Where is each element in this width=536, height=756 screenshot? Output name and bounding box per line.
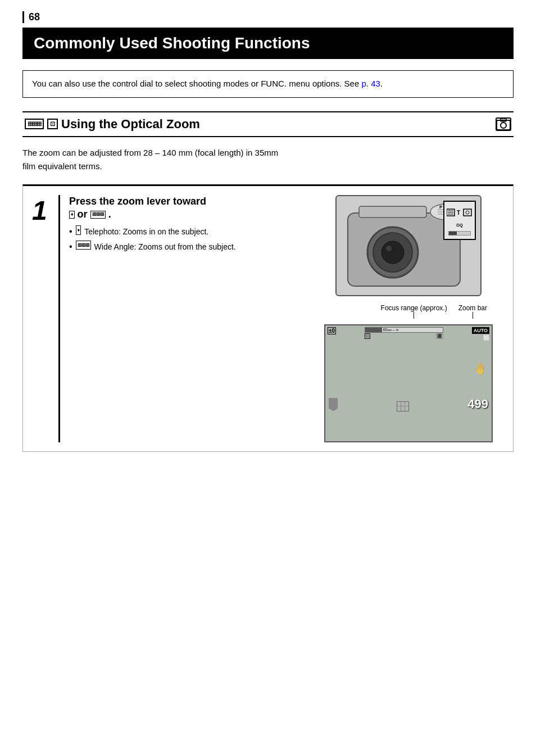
lcd-zoom-bar: 60㎜ – ∞ bbox=[365, 327, 443, 333]
info-box-text-after: . bbox=[380, 79, 383, 88]
bullet2-icon: ⊞⊞⊞ bbox=[76, 241, 91, 250]
or-text: or bbox=[78, 209, 90, 220]
info-box-link[interactable]: p. 43 bbox=[361, 79, 380, 88]
section-header: ⊞⊞⊞ ⊡ Using the Optical Zoom bbox=[22, 111, 514, 137]
bullet1-icon: ♦ bbox=[76, 225, 81, 234]
wide-icon-inline: ⊞⊞⊞ bbox=[90, 211, 106, 219]
focus-range-label: Focus range (approx.) bbox=[381, 304, 447, 312]
zoom-bar-label: Zoom bar bbox=[458, 304, 487, 312]
svg-rect-4 bbox=[359, 206, 426, 218]
lcd-bottom-bar: 499 bbox=[325, 397, 492, 414]
tele-icon-inline: ♦ bbox=[69, 211, 75, 219]
step-right: P A S T ⊡Q bbox=[313, 195, 504, 442]
period-text: . bbox=[108, 209, 111, 220]
bullet-list: ♦ Telephoto: Zooms in on the subject. ⊞⊞… bbox=[69, 225, 313, 253]
step-container: 1 Press the zoom lever toward ♦ or ⊞⊞⊞ .… bbox=[22, 184, 514, 452]
page-title: Commonly Used Shooting Functions bbox=[22, 28, 514, 59]
wide-angle-icon: ⊞⊞⊞ bbox=[25, 119, 44, 129]
zoom-indicator-box: T ⊡Q bbox=[443, 201, 476, 240]
svg-text:T: T bbox=[457, 210, 460, 216]
step-content: Press the zoom lever toward ♦ or ⊞⊞⊞ . ♦… bbox=[69, 195, 313, 442]
section-description: The zoom can be adjusted from 28 – 140 m… bbox=[22, 146, 514, 173]
step-number: 1 bbox=[32, 195, 60, 442]
svg-point-8 bbox=[386, 246, 392, 251]
info-box-text: You can also use the control dial to sel… bbox=[32, 79, 361, 88]
bullet1-text: Telephoto: Zooms in on the subject. bbox=[84, 225, 208, 238]
telephoto-icon: ⊡ bbox=[47, 119, 58, 129]
svg-point-7 bbox=[381, 241, 404, 264]
info-box: You can also use the control dial to sel… bbox=[22, 70, 514, 98]
bullet-item-2: ⊞⊞⊞ Wide Angle: Zooms out from the subje… bbox=[69, 241, 313, 253]
step-title: Press the zoom lever toward ♦ or ⊞⊞⊞ . bbox=[69, 195, 313, 221]
camera-mode-icon bbox=[496, 117, 511, 131]
lcd-screen: ±0 60㎜ – ∞ ⊡ ⬛ AUTO ⬜ bbox=[324, 324, 493, 442]
lcd-top-bar: ±0 60㎜ – ∞ ⊡ ⬛ AUTO ⬜ bbox=[325, 325, 492, 341]
svg-point-1 bbox=[501, 123, 506, 128]
auto-badge: AUTO bbox=[472, 327, 489, 334]
lcd-middle: 🤚 bbox=[325, 341, 492, 397]
shot-counter: 499 bbox=[467, 397, 488, 411]
focus-zoom-labels: Focus range (approx.) Zoom bar bbox=[324, 304, 493, 319]
section-title: Using the Optical Zoom bbox=[61, 117, 200, 132]
svg-rect-21 bbox=[464, 209, 471, 216]
camera-diagram: P A S T ⊡Q bbox=[335, 195, 482, 296]
bullet-item-1: ♦ Telephoto: Zooms in on the subject. bbox=[69, 225, 313, 238]
svg-text:P: P bbox=[439, 205, 443, 210]
bullet2-text: Wide Angle: Zooms out from the subject. bbox=[94, 241, 236, 253]
section-header-left: ⊞⊞⊞ ⊡ Using the Optical Zoom bbox=[25, 117, 200, 132]
svg-point-22 bbox=[466, 211, 469, 214]
page-number: 68 bbox=[22, 11, 40, 23]
lcd-grid-icon bbox=[397, 401, 409, 411]
